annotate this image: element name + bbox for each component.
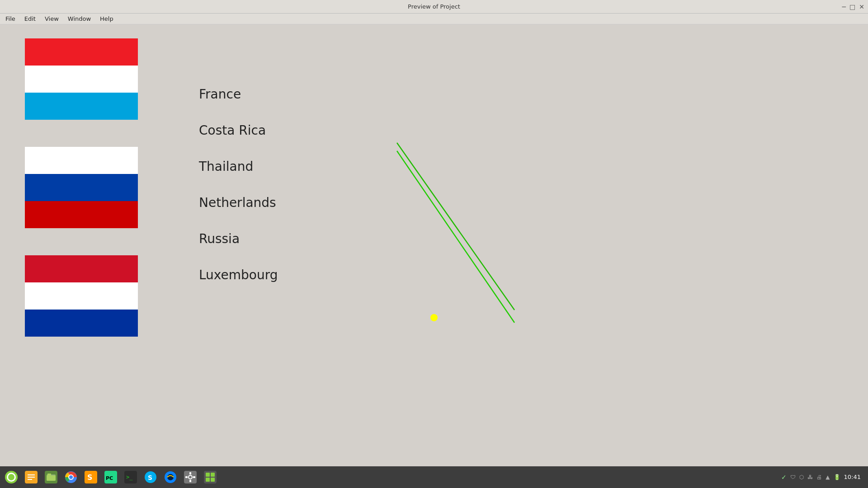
svg-rect-29 xyxy=(185,476,188,478)
left-flag-3 xyxy=(25,255,138,337)
tray-wifi-icon: ▲ xyxy=(826,474,830,480)
menu-help[interactable]: Help xyxy=(96,14,117,23)
tray-battery-icon: 🔋 xyxy=(834,474,840,480)
svg-rect-27 xyxy=(189,472,191,474)
svg-rect-28 xyxy=(189,480,191,482)
taskbar-icon-skype[interactable]: S xyxy=(141,468,160,487)
taskbar-icon-sublime[interactable]: S xyxy=(81,468,100,487)
stripe-red xyxy=(25,255,138,282)
right-flag-luxembourg xyxy=(314,255,427,339)
minimize-button[interactable]: ─ xyxy=(842,3,846,10)
taskbar-right: ✓ 🛡 ⬡ 🖧 🖨 ▲ 🔋 10:41 xyxy=(781,473,866,481)
left-flag-2 xyxy=(25,147,138,228)
maximize-button[interactable]: □ xyxy=(849,3,855,10)
svg-rect-33 xyxy=(211,473,215,477)
taskbar-icon-nemo[interactable] xyxy=(42,468,61,487)
taskbar-icon-terminal[interactable]: >_ xyxy=(121,468,140,487)
taskbar-icon-settings[interactable] xyxy=(181,468,200,487)
svg-rect-6 xyxy=(28,477,35,478)
titlebar: Preview of Project ─ □ ✕ xyxy=(0,0,868,14)
stripe-white xyxy=(25,282,138,310)
taskbar-icon-pycharm[interactable]: PC xyxy=(101,468,120,487)
svg-text:S: S xyxy=(148,474,152,481)
svg-rect-11 xyxy=(47,474,51,475)
country-thailand: Thailand xyxy=(199,159,253,174)
window-controls[interactable]: ─ □ ✕ xyxy=(842,3,864,10)
stripe-blue xyxy=(25,93,138,120)
tray-shield-icon: 🛡 xyxy=(790,474,796,480)
left-flag-1 xyxy=(25,38,138,120)
svg-rect-35 xyxy=(211,478,215,482)
tray-check-icon: ✓ xyxy=(781,474,787,481)
clock-display: 10:41 xyxy=(844,473,861,481)
right-flag-thailand xyxy=(314,145,427,228)
svg-rect-30 xyxy=(193,476,195,478)
svg-rect-31 xyxy=(204,471,217,483)
menubar: File Edit View Window Help xyxy=(0,14,868,24)
svg-rect-5 xyxy=(28,474,35,475)
menu-window[interactable]: Window xyxy=(64,14,94,23)
country-costarica: Costa Rica xyxy=(199,123,266,138)
tray-network-icon: 🖧 xyxy=(807,474,813,480)
country-netherlands: Netherlands xyxy=(199,195,276,210)
taskbar-icon-appmanager[interactable] xyxy=(201,468,220,487)
taskbar-icon-mint[interactable] xyxy=(2,468,21,487)
taskbar-icon-thunderbird[interactable] xyxy=(161,468,180,487)
time: 10:41 xyxy=(844,473,861,481)
svg-rect-32 xyxy=(206,473,210,477)
window-title: Preview of Project xyxy=(408,3,460,10)
svg-rect-34 xyxy=(206,478,210,482)
taskbar-icon-files[interactable] xyxy=(22,468,41,487)
stripe-blue xyxy=(25,174,138,201)
stripe-blue xyxy=(25,310,138,337)
svg-text:S: S xyxy=(87,473,93,482)
country-russia: Russia xyxy=(199,231,240,246)
svg-point-14 xyxy=(69,475,73,479)
tray-bluetooth-icon: ⬡ xyxy=(799,474,804,480)
tray-print-icon: 🖨 xyxy=(816,474,822,480)
country-france: France xyxy=(199,87,241,102)
svg-text:PC: PC xyxy=(106,475,113,481)
taskbar-icon-chrome[interactable] xyxy=(61,468,80,487)
menu-edit[interactable]: Edit xyxy=(21,14,39,23)
stripe-white xyxy=(25,66,138,93)
stripe-red xyxy=(25,201,138,228)
svg-rect-10 xyxy=(47,475,56,481)
stripe-red xyxy=(25,38,138,66)
close-button[interactable]: ✕ xyxy=(859,3,864,10)
stripe-white xyxy=(25,147,138,174)
country-luxembourg: Luxembourg xyxy=(199,267,278,282)
right-flag-costarica xyxy=(314,38,427,122)
menu-file[interactable]: File xyxy=(2,14,19,23)
svg-rect-7 xyxy=(28,479,32,480)
svg-text:>_: >_ xyxy=(126,474,133,480)
taskbar: S PC >_ S xyxy=(0,466,868,488)
menu-view[interactable]: View xyxy=(41,14,62,23)
svg-point-3 xyxy=(8,474,14,480)
svg-point-24 xyxy=(167,474,174,480)
